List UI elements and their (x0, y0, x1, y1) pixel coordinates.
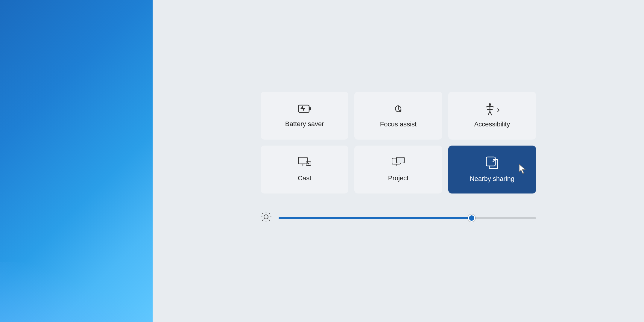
battery-saver-label: Battery saver (285, 120, 324, 128)
tiles-grid: Battery saver Focus assist (261, 92, 536, 193)
svg-point-7 (308, 163, 309, 164)
svg-rect-11 (397, 157, 404, 163)
svg-line-19 (262, 213, 263, 214)
battery-saver-icon (298, 103, 311, 116)
nearby-sharing-label: Nearby sharing (470, 175, 514, 183)
project-tile[interactable]: Project (354, 146, 442, 193)
accessibility-icon: › (484, 103, 500, 116)
accessibility-chevron: › (497, 105, 500, 114)
brightness-slider[interactable] (279, 217, 536, 219)
slider-fill (279, 217, 472, 219)
battery-saver-tile[interactable]: Battery saver (261, 92, 348, 140)
project-label: Project (388, 174, 408, 182)
brightness-control (261, 211, 536, 225)
quick-settings-panel: Battery saver Focus assist (153, 0, 644, 322)
slider-track (279, 217, 536, 219)
focus-assist-tile[interactable]: Focus assist (354, 92, 442, 140)
nearby-sharing-tile[interactable]: Nearby sharing (448, 146, 536, 193)
accessibility-tile[interactable]: › Accessibility (448, 92, 536, 140)
svg-line-22 (262, 220, 263, 220)
svg-point-2 (489, 103, 491, 106)
svg-point-14 (264, 215, 268, 219)
svg-line-20 (269, 220, 270, 220)
nearby-sharing-icon (486, 156, 498, 171)
cast-tile[interactable]: Cast (261, 146, 348, 193)
desktop-background (0, 0, 153, 322)
svg-rect-1 (309, 107, 311, 110)
svg-rect-13 (486, 157, 495, 166)
cast-label: Cast (298, 174, 311, 182)
accessibility-label: Accessibility (474, 120, 510, 128)
project-icon (392, 157, 405, 170)
focus-assist-label: Focus assist (380, 120, 417, 128)
cursor-icon (519, 164, 527, 174)
brightness-icon (261, 211, 271, 225)
cast-icon (298, 157, 311, 170)
svg-line-21 (269, 213, 270, 214)
slider-thumb[interactable] (468, 214, 475, 222)
focus-assist-icon (393, 103, 404, 116)
